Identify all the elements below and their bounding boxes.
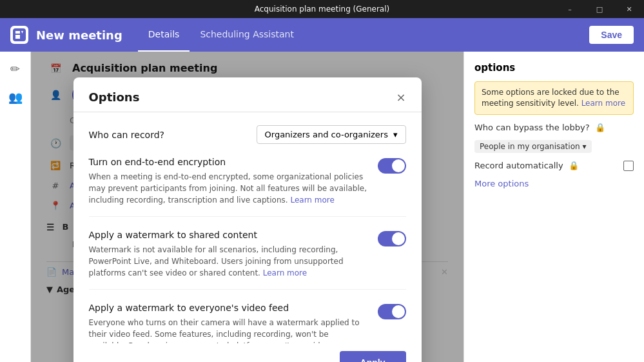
who-record-label: Who can record? xyxy=(89,130,164,140)
e2e-toggle[interactable] xyxy=(378,158,406,174)
right-panel-title: options xyxy=(474,62,634,74)
e2e-row: Turn on end-to-end encryption When a mee… xyxy=(89,157,406,206)
apply-button[interactable]: Apply xyxy=(340,351,406,362)
more-options-link[interactable]: More options xyxy=(474,179,529,188)
save-button[interactable]: Save xyxy=(589,26,634,44)
who-record-value: Organizers and co-organizers xyxy=(265,130,388,139)
watermark-video-title: Apply a watermark to everyone's video fe… xyxy=(89,303,367,313)
watermark-shared-toggle[interactable] xyxy=(378,231,406,246)
chevron-down-icon: ▾ xyxy=(393,130,398,139)
record-lock-icon: 🔒 xyxy=(569,161,579,170)
lobby-row: Who can bypass the lobby? 🔒 xyxy=(474,123,634,132)
record-label: Record automatically 🔒 xyxy=(474,161,579,170)
lobby-dropdown[interactable]: People in my organisation ▾ xyxy=(474,140,592,153)
lobby-label: Who can bypass the lobby? 🔒 xyxy=(474,123,605,132)
sidebar-icon-people[interactable]: 👥 xyxy=(4,85,27,108)
sidebar: ✏️ 👥 xyxy=(0,52,31,362)
record-checkbox[interactable] xyxy=(623,161,634,171)
app-title: New meeting xyxy=(36,28,122,42)
e2e-learn-more[interactable]: Learn more xyxy=(290,196,334,205)
watermark-video-section: Apply a watermark to everyone's video fe… xyxy=(89,303,406,343)
watermark-shared-row: Apply a watermark to shared content Wate… xyxy=(89,230,406,279)
watermark-shared-learn-more[interactable]: Learn more xyxy=(263,268,307,277)
options-modal: Options × Who can record? Organizers and… xyxy=(73,77,422,362)
lobby-value-row: People in my organisation ▾ xyxy=(474,140,634,153)
watermark-video-toggle[interactable] xyxy=(378,304,406,319)
watermark-video-row: Apply a watermark to everyone's video fe… xyxy=(89,303,406,343)
window-controls: – □ ✕ xyxy=(555,0,644,18)
content-area: ✏️ 👥 📅 Acquisition plan meeting 👤 CN xyxy=(0,52,644,362)
window-title: Acquisition plan meeting (General) xyxy=(255,5,389,14)
app-logo xyxy=(10,26,28,44)
who-record-dropdown[interactable]: Organizers and co-organizers ▾ xyxy=(257,125,406,144)
main-panel: 📅 Acquisition plan meeting 👤 CN Chris Na… xyxy=(31,52,463,362)
watermark-video-desc: Everyone who turns on their camera will … xyxy=(89,317,367,343)
watermark-shared-title: Apply a watermark to shared content xyxy=(89,230,367,240)
who-can-record-row: Who can record? Organizers and co-organi… xyxy=(89,125,406,144)
tab-details[interactable]: Details xyxy=(138,18,190,52)
modal-close-btn[interactable]: × xyxy=(396,92,405,103)
e2e-content: Turn on end-to-end encryption When a mee… xyxy=(89,157,367,206)
title-bar: Acquisition plan meeting (General) – □ ✕ xyxy=(0,0,644,18)
modal-header: Options × xyxy=(73,77,422,112)
tab-scheduling[interactable]: Scheduling Assistant xyxy=(190,18,304,52)
watermark-video-content: Apply a watermark to everyone's video fe… xyxy=(89,303,367,343)
right-panel: options Some options are locked due to t… xyxy=(463,52,644,362)
warning-learn-more[interactable]: Learn more xyxy=(581,99,625,108)
sidebar-icon-edit[interactable]: ✏️ xyxy=(4,57,27,80)
warning-box: Some options are locked due to the meeti… xyxy=(474,81,634,115)
modal-title: Options xyxy=(89,90,140,104)
e2e-desc: When a meeting is end-to-end encrypted, … xyxy=(89,171,367,206)
app-header: New meeting Details Scheduling Assistant… xyxy=(0,18,644,52)
close-btn[interactable]: ✕ xyxy=(614,0,644,18)
minimize-btn[interactable]: – xyxy=(555,0,585,18)
watermark-shared-section: Apply a watermark to shared content Wate… xyxy=(89,230,406,290)
app: New meeting Details Scheduling Assistant… xyxy=(0,18,644,362)
watermark-shared-content: Apply a watermark to shared content Wate… xyxy=(89,230,367,279)
watermark-shared-desc: Watermark is not available for all scena… xyxy=(89,244,367,279)
e2e-section: Turn on end-to-end encryption When a mee… xyxy=(89,157,406,217)
header-right: Save xyxy=(589,26,634,44)
modal-body: Who can record? Organizers and co-organi… xyxy=(73,112,422,343)
record-row: Record automatically 🔒 xyxy=(474,161,634,171)
e2e-title: Turn on end-to-end encryption xyxy=(89,157,367,167)
maximize-btn[interactable]: □ xyxy=(585,0,614,18)
lock-icon: 🔒 xyxy=(595,123,605,132)
modal-footer: Apply xyxy=(73,343,422,362)
header-tabs: Details Scheduling Assistant xyxy=(138,18,304,52)
